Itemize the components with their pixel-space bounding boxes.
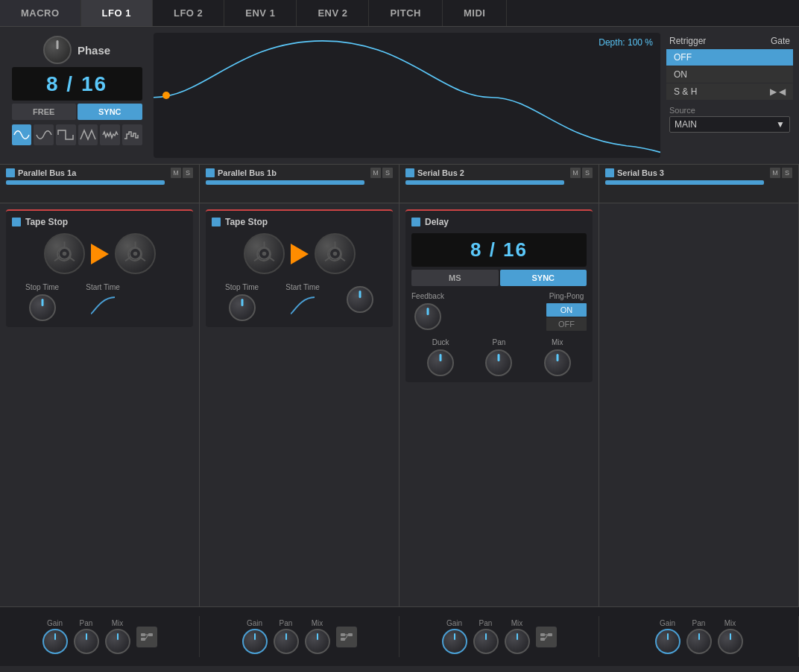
extra-knob-2[interactable] bbox=[347, 286, 373, 313]
column-empty bbox=[599, 203, 799, 606]
bottom-controls: Gain Pan Mix bbox=[0, 606, 799, 666]
routing-btn-2[interactable] bbox=[336, 627, 357, 647]
bottom-pan-3-knob[interactable] bbox=[473, 629, 499, 654]
delay-module: Delay 8 / 16 MS SYNC Feedback Ping-Pong bbox=[405, 209, 593, 382]
bus-2-fader[interactable] bbox=[405, 180, 564, 185]
tape-stop-2-title: Tape Stop bbox=[225, 217, 268, 227]
bus-1b-solo[interactable]: S bbox=[382, 168, 393, 178]
delay-sync-btn[interactable]: SYNC bbox=[500, 270, 587, 286]
duck-knob[interactable] bbox=[427, 349, 454, 376]
ping-pong-btns: ON OFF bbox=[546, 303, 587, 331]
wave-step-btn[interactable] bbox=[122, 124, 142, 145]
stop-time-1-knob[interactable] bbox=[29, 294, 56, 321]
svg-point-14 bbox=[262, 252, 266, 256]
bus-2-mute[interactable]: M bbox=[570, 168, 581, 178]
retrigger-opt-sh[interactable]: S & H ▶ ◀ bbox=[666, 83, 793, 100]
bottom-gain-3-label: Gain bbox=[446, 619, 462, 627]
svg-rect-20 bbox=[141, 633, 145, 636]
tab-midi[interactable]: MIDI bbox=[443, 0, 507, 26]
free-button[interactable]: FREE bbox=[12, 104, 77, 120]
tab-lfo2[interactable]: LFO 2 bbox=[153, 0, 224, 26]
feedback-knob[interactable] bbox=[414, 303, 441, 330]
delay-pan-knob[interactable] bbox=[485, 349, 512, 376]
bus-1a-solo[interactable]: S bbox=[183, 168, 193, 178]
bus-2-solo[interactable]: S bbox=[582, 168, 593, 178]
bus-3-mute[interactable]: M bbox=[770, 168, 780, 178]
bus-3-title: Serial Bus 3 bbox=[617, 168, 664, 177]
bottom-gain-3-knob[interactable] bbox=[442, 629, 467, 654]
bus-1b-mute[interactable]: M bbox=[370, 168, 381, 178]
delay-mix-knob[interactable] bbox=[544, 349, 571, 376]
bus-2-title: Serial Bus 2 bbox=[417, 168, 464, 177]
bottom-pan-2-label: Pan bbox=[280, 619, 293, 627]
delay-ms-btn[interactable]: MS bbox=[411, 270, 499, 286]
bus-1b-fader[interactable] bbox=[206, 180, 364, 185]
waveform-shapes bbox=[12, 124, 142, 145]
svg-rect-25 bbox=[341, 633, 345, 636]
bottom-gain-1-knob[interactable] bbox=[42, 629, 68, 654]
tab-pitch[interactable]: PITCH bbox=[369, 0, 443, 26]
bottom-gain-1-label: Gain bbox=[47, 619, 63, 627]
svg-line-29 bbox=[345, 635, 348, 639]
bottom-pan-2-knob[interactable] bbox=[274, 629, 299, 654]
bottom-pan-4-knob[interactable] bbox=[686, 629, 712, 654]
bottom-mix-2-knob[interactable] bbox=[305, 629, 330, 654]
tab-env2[interactable]: ENV 2 bbox=[297, 0, 369, 26]
svg-rect-31 bbox=[548, 633, 552, 636]
bus-3-fader[interactable] bbox=[605, 180, 764, 185]
svg-point-4 bbox=[62, 252, 66, 256]
retrigger-gate-row: Retrigger Gate bbox=[666, 36, 793, 46]
stop-time-2-label: Stop Time bbox=[225, 283, 259, 291]
svg-line-34 bbox=[545, 635, 548, 639]
bottom-mix-4-knob[interactable] bbox=[718, 629, 743, 654]
svg-rect-21 bbox=[148, 633, 153, 636]
bus-2-indicator bbox=[405, 168, 414, 177]
sync-button[interactable]: SYNC bbox=[78, 104, 142, 120]
source-select[interactable]: MAIN ▼ bbox=[669, 116, 790, 133]
tape-stop-2-knobs: Stop Time Start Time bbox=[212, 283, 387, 321]
bottom-channel-2: Gain Pan Mix bbox=[200, 616, 400, 657]
bottom-pan-1-knob[interactable] bbox=[74, 629, 99, 654]
delay-rate-display: 8 / 16 bbox=[411, 233, 587, 267]
routing-btn-1[interactable] bbox=[136, 627, 157, 647]
stop-time-2-knob[interactable] bbox=[229, 294, 256, 321]
bus-1a-title: Parallel Bus 1a bbox=[18, 168, 76, 177]
bus-1a-fader[interactable] bbox=[6, 180, 165, 185]
bottom-mix-1-knob[interactable] bbox=[105, 629, 130, 654]
bus-section: Parallel Bus 1a M S Parallel Bus 1b M S bbox=[0, 165, 799, 203]
delay-mix-label: Mix bbox=[552, 338, 563, 346]
retrigger-title: Retrigger bbox=[669, 36, 706, 46]
tab-macro[interactable]: MACRO bbox=[0, 0, 81, 26]
wave-square-btn[interactable] bbox=[56, 124, 76, 145]
bus-1a-mute[interactable]: M bbox=[171, 168, 181, 178]
tape-reel-1-left bbox=[44, 233, 85, 274]
tape-reel-2-left bbox=[244, 233, 285, 274]
retrigger-opt-on[interactable]: ON bbox=[666, 66, 793, 83]
wave-invsine-btn[interactable] bbox=[34, 124, 54, 145]
bus-3-solo[interactable]: S bbox=[782, 168, 792, 178]
lfo-left-panel: Phase 8 / 16 FREE SYNC bbox=[6, 33, 148, 158]
routing-btn-3[interactable] bbox=[536, 627, 557, 647]
tab-lfo1[interactable]: LFO 1 bbox=[81, 0, 153, 26]
tab-env1[interactable]: ENV 1 bbox=[224, 0, 297, 26]
wave-tri-btn[interactable] bbox=[78, 124, 98, 145]
bottom-mix-3-label: Mix bbox=[511, 619, 523, 627]
retrigger-opt-off[interactable]: OFF bbox=[666, 49, 793, 66]
stop-time-1-label: Stop Time bbox=[25, 283, 59, 291]
tape-stop-2-play[interactable] bbox=[291, 244, 309, 264]
bottom-gain-4-knob[interactable] bbox=[655, 629, 680, 654]
top-nav: MACRO LFO 1 LFO 2 ENV 1 ENV 2 PITCH MIDI bbox=[0, 0, 799, 27]
wave-sine-btn[interactable] bbox=[12, 124, 32, 145]
phase-label: Phase bbox=[78, 44, 110, 57]
delay-indicator bbox=[411, 218, 420, 226]
bottom-channel-3: Gain Pan Mix bbox=[400, 616, 599, 657]
column-tape-stop-2: Tape Stop bbox=[200, 203, 400, 606]
ping-pong-on-btn[interactable]: ON bbox=[546, 303, 587, 317]
ping-pong-off-btn[interactable]: OFF bbox=[546, 317, 587, 331]
tape-stop-module-2: Tape Stop bbox=[206, 209, 393, 327]
bottom-gain-2-knob[interactable] bbox=[242, 629, 268, 654]
phase-knob[interactable] bbox=[43, 36, 72, 64]
wave-noise-btn[interactable] bbox=[100, 124, 120, 145]
tape-stop-1-play[interactable] bbox=[91, 244, 109, 264]
bottom-mix-3-knob[interactable] bbox=[505, 629, 530, 654]
